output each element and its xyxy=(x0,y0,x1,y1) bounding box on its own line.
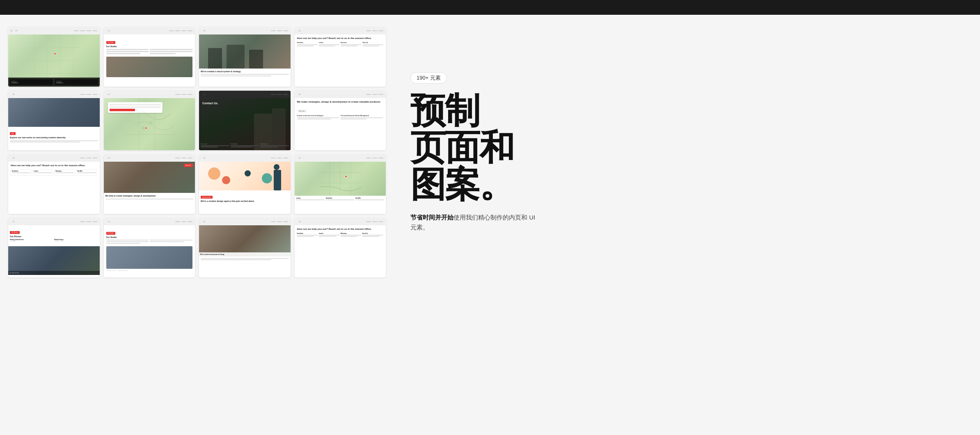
card-header: ohio xyxy=(199,27,291,34)
card-title: How can we help you out? Reach out to us… xyxy=(11,164,97,167)
nav-lines xyxy=(80,221,97,222)
search-form xyxy=(108,102,163,113)
card-help-3[interactable]: ohio How can we help you out? Reach out … xyxy=(295,218,386,277)
card-body: Our Studio Our Studio xyxy=(104,34,195,87)
top-bar xyxy=(0,0,980,15)
card-text: We've created a visual system & strategy… xyxy=(199,69,291,80)
card-body: About Us We help to create strategies, d… xyxy=(104,162,195,214)
title-line-1: 预制 xyxy=(410,91,479,130)
red-tag: Our Studio xyxy=(106,41,115,44)
card-body xyxy=(104,98,195,150)
card-body: We make strategies, design & development… xyxy=(295,98,386,150)
nav-lines xyxy=(175,221,192,222)
card-help-office[interactable]: ohio How can we help you out? Reach out … xyxy=(8,154,100,214)
title-line-3: 图案。 xyxy=(410,165,514,204)
nav-lines xyxy=(366,30,383,31)
card-map-1[interactable]: ohio xyxy=(8,27,100,87)
studio-cols: Creative studio with art & technologies.… xyxy=(297,115,384,121)
card-body: Our Studio Our Studio Typography & Vi xyxy=(104,225,195,277)
card-body: How can we help you out? Reach out to us… xyxy=(295,225,386,277)
card-header: ohio xyxy=(199,154,291,162)
pages-grid: ohio xyxy=(0,23,394,282)
card-office-photo[interactable]: ohio We've created a visual system & str… xyxy=(199,27,291,87)
card-body: Blog Explore our new series on overcomin… xyxy=(8,98,100,150)
red-tag: Our Bureau xyxy=(10,231,20,234)
nav-lines xyxy=(175,158,192,158)
map-info: London Stockholm Bar Mills xyxy=(295,196,386,203)
card-visual[interactable]: ohio We've created a visual system & str… xyxy=(199,218,291,277)
card-header: ohio xyxy=(295,91,386,98)
card-header: ohio xyxy=(104,27,195,34)
category-list: Typography & Video | Marketing Campaign xyxy=(106,270,193,271)
card-header: ohio xyxy=(295,218,386,225)
card-about[interactable]: ohio About Us We help to create strategi… xyxy=(104,154,195,214)
nav-lines xyxy=(80,94,97,95)
nav-lines xyxy=(80,158,97,158)
card-strategy[interactable]: ohio We make strategies, design & develo… xyxy=(295,91,386,150)
text-block xyxy=(106,240,193,245)
card-blog[interactable]: ohio Blog Explore our new series on over… xyxy=(8,91,100,150)
card-help-1[interactable]: ohio How can we help you out? Reach out … xyxy=(295,27,386,87)
card-title: How can we help you out? Reach out to us… xyxy=(297,228,384,231)
card-body: How can we help you out? Reach out to us… xyxy=(8,162,100,214)
nav-lines xyxy=(366,94,383,95)
contact-title-overlay: Contact Us. xyxy=(202,101,218,105)
visual-text xyxy=(199,256,291,263)
card-header: ohio xyxy=(8,154,100,162)
card-body: London Stockholm Bar Mills xyxy=(295,162,386,214)
blog-text: Blog Explore our new series on overcomin… xyxy=(8,127,100,145)
nav-dot xyxy=(11,30,12,32)
card-body: Hey, we're Ohio We're a creative design … xyxy=(199,162,291,214)
nav-lines xyxy=(169,30,192,31)
contact-title: Contact Us. xyxy=(202,101,218,105)
red-tag: Our Studio xyxy=(106,232,115,235)
main-content: ohio xyxy=(0,15,980,290)
card-header: ohio xyxy=(8,91,100,98)
card-studio-2[interactable]: ohio Our Studio Our Studio xyxy=(104,218,195,277)
contact-info-bar: Get in touch Find address Social media xyxy=(199,142,291,150)
card-bureau[interactable]: ohio Our Bureau Our Bureau Strategy & Ar… xyxy=(8,218,100,277)
card-body: How can we help you out? Reach out to us… xyxy=(295,34,386,87)
card-body: Our Bureau Our Bureau Strategy & Art Dir… xyxy=(8,225,100,277)
card-map-2[interactable]: ohio xyxy=(104,91,195,150)
text-block xyxy=(106,49,193,55)
card-studio-1[interactable]: ohio Our Studio Our Studio xyxy=(104,27,195,87)
nav-lines xyxy=(271,30,288,31)
office-photo xyxy=(199,34,291,69)
office-grid: Stockholm London Workshop Bar Mills xyxy=(11,169,97,176)
main-title: 预制 页面和 图案。 xyxy=(410,92,964,203)
card-body: We've created a visual system & strategy… xyxy=(199,225,291,277)
card-title: Our Studio xyxy=(106,45,193,48)
card-ohio[interactable]: ohio Hey, we're Ohio W xyxy=(199,154,291,214)
card-header: ohio xyxy=(295,154,386,162)
nav-lines xyxy=(175,94,192,95)
office-list: Stockholm London Barcelona xyxy=(297,42,384,47)
studio-image-2 xyxy=(106,246,193,269)
right-panel: 190+ 元素 预制 页面和 图案。 节省时间并开始使用我们精心制作的内页和 U… xyxy=(394,23,980,282)
card-body: Contact Us. Get in touch Find address xyxy=(199,98,291,150)
about-photo: About Us xyxy=(104,162,195,193)
card-body: Location 1 Test Address Location 2 Test … xyxy=(8,34,100,87)
illustration xyxy=(199,162,291,190)
nav-lines xyxy=(74,30,97,31)
card-title: We make strategies, design & development… xyxy=(297,101,384,104)
card-header: ohio xyxy=(8,27,100,34)
about-text: We help to create strategies, design & d… xyxy=(104,193,195,201)
map-pin xyxy=(145,127,147,129)
office-grid-3: Stockholm London Workshop xyxy=(297,233,384,238)
card-header: ohio xyxy=(104,218,195,225)
card-title: How can we help you out? Reach out to us… xyxy=(297,37,384,40)
card-map-3[interactable]: ohio xyxy=(295,154,386,214)
map-pin xyxy=(345,175,347,178)
ohio-text: Hey, we're Ohio We're a creative design … xyxy=(199,190,291,206)
svg-rect-11 xyxy=(149,121,153,124)
bureau-header: Our Bureau Our Bureau Strategy & Art Dir… xyxy=(8,225,100,246)
card-header: ohio xyxy=(199,218,291,225)
map-bg xyxy=(295,162,386,196)
badge-text: 190+ 元素 xyxy=(417,74,441,82)
subtitle-bold: 节省时间并开始 xyxy=(410,214,453,221)
card-contact[interactable]: ohio Contact Us. Ge xyxy=(199,91,291,150)
nav-lines xyxy=(366,221,383,222)
card-header: ohio xyxy=(104,91,195,98)
nav-lines xyxy=(271,221,288,222)
